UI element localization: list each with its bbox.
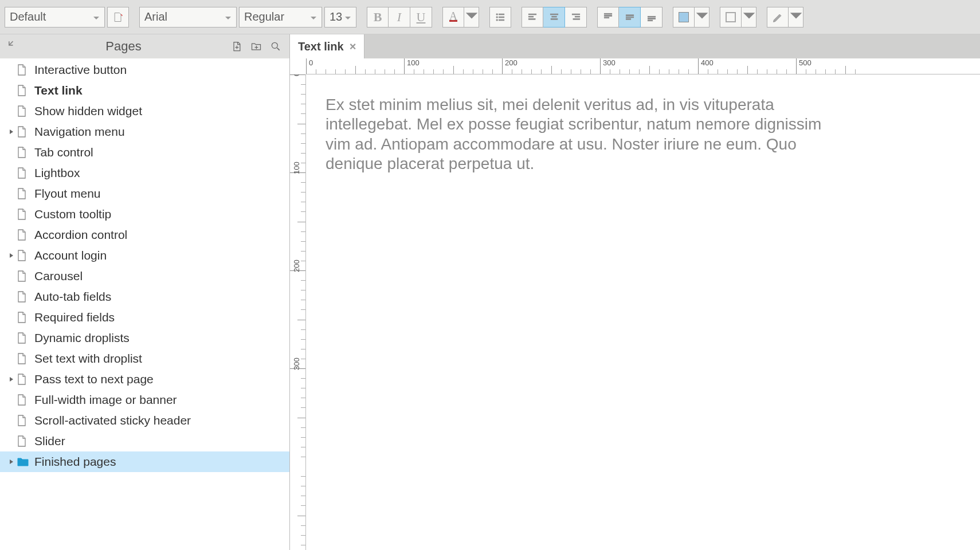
page-item[interactable]: Lightbox [0, 163, 289, 183]
fill-color-more-button[interactable] [695, 7, 709, 28]
svg-rect-12 [572, 14, 579, 15]
canvas-area: Text link × 0100200300400500 0100200300 … [290, 34, 980, 550]
page-item[interactable]: Pass text to next page [0, 369, 289, 390]
pages-tree: Interactive buttonText linkShow hidden w… [0, 58, 289, 550]
pen-icon [772, 11, 783, 23]
page-item[interactable]: Navigation menu [0, 121, 289, 142]
ruler-vertical: 0100200300 [290, 74, 306, 550]
align-left-button[interactable] [522, 7, 543, 28]
svg-rect-22 [648, 18, 655, 19]
border-color-button[interactable] [720, 7, 742, 28]
chevron-down-icon [225, 10, 232, 23]
panel-header: Pages [0, 34, 289, 58]
page-item[interactable]: Accordion control [0, 225, 289, 245]
page-item[interactable]: Tab control [0, 142, 289, 163]
panel-title: Pages [22, 39, 225, 54]
search-button[interactable] [268, 38, 284, 54]
page-item[interactable]: Flyout menu [0, 183, 289, 204]
page-item[interactable]: Custom tooltip [0, 204, 289, 225]
page-icon [17, 435, 30, 447]
line-style-more-button[interactable] [789, 7, 803, 28]
placeholder-text[interactable]: Ex stet minim melius sit, mei delenit ve… [326, 95, 830, 174]
svg-point-24 [272, 42, 277, 48]
svg-rect-5 [499, 19, 504, 21]
font-size-select[interactable]: 13 [324, 7, 356, 28]
page-icon [17, 312, 30, 323]
chevron-down-icon [790, 10, 802, 23]
page-icon [17, 126, 30, 138]
underline-button[interactable]: U [410, 7, 432, 28]
close-icon[interactable]: × [350, 40, 356, 53]
italic-button[interactable]: I [389, 7, 410, 28]
font-select[interactable]: Arial [139, 7, 237, 28]
chevron-down-icon [93, 10, 100, 23]
page-label: Flyout menu [34, 187, 101, 201]
line-style-button[interactable] [767, 7, 789, 28]
border-color-more-button[interactable] [742, 7, 756, 28]
valign-middle-icon [624, 11, 636, 23]
page-icon [17, 105, 30, 117]
svg-rect-4 [499, 17, 504, 18]
valign-top-button[interactable] [597, 7, 619, 28]
style-select[interactable]: Default [5, 7, 105, 28]
tab-title: Text link [298, 40, 344, 53]
page-item[interactable]: Scroll-activated sticky header [0, 410, 289, 431]
bold-button[interactable]: B [367, 7, 389, 28]
font-weight-select[interactable]: Regular [239, 7, 322, 28]
svg-rect-19 [626, 17, 633, 18]
page-icon [17, 374, 30, 385]
expander-icon[interactable] [6, 376, 17, 382]
valign-bottom-button[interactable] [641, 7, 663, 28]
underline-icon: U [417, 10, 426, 25]
align-center-button[interactable] [543, 7, 565, 28]
page-item[interactable]: Dynamic droplists [0, 328, 289, 348]
ruler-horizontal: 0100200300400500 [306, 58, 980, 74]
svg-rect-7 [528, 16, 533, 17]
page-item[interactable]: Text link [0, 80, 289, 101]
page-icon [17, 167, 30, 179]
fill-color-button[interactable] [673, 7, 695, 28]
page-item[interactable]: Interactive button [0, 60, 289, 80]
chevron-down-icon [310, 10, 317, 23]
page-item[interactable]: Set text with droplist [0, 348, 289, 369]
page-icon [17, 270, 30, 282]
page-label: Carousel [34, 269, 83, 283]
text-color-button[interactable]: A [442, 7, 464, 28]
svg-rect-9 [550, 14, 558, 15]
page-item[interactable]: Auto-tab fields [0, 286, 289, 307]
page-label: Full-width image or banner [34, 393, 177, 407]
align-right-button[interactable] [565, 7, 587, 28]
page-label: Navigation menu [34, 125, 125, 139]
page-item[interactable]: Carousel [0, 266, 289, 286]
expander-icon[interactable] [6, 459, 17, 465]
add-folder-button[interactable] [248, 38, 264, 54]
text-color-more-button[interactable] [464, 7, 479, 28]
align-right-icon [570, 11, 582, 23]
expander-icon[interactable] [6, 129, 17, 135]
tab-bar: Text link × [290, 34, 980, 58]
chevron-down-icon [466, 10, 477, 23]
collapse-panel-icon[interactable] [6, 39, 17, 54]
page-icon [17, 332, 30, 344]
bullet-list-button[interactable] [489, 7, 511, 28]
valign-top-icon [602, 11, 614, 23]
page-item[interactable]: Finished pages [0, 451, 289, 472]
page-item[interactable]: Slider [0, 431, 289, 451]
weight-value: Regular [244, 10, 284, 23]
page-icon [17, 209, 30, 220]
page-item[interactable]: Account login [0, 245, 289, 266]
page-label: Slider [34, 434, 65, 448]
svg-rect-13 [575, 16, 579, 17]
valign-middle-button[interactable] [619, 7, 641, 28]
page-item[interactable]: Show hidden widget [0, 101, 289, 121]
tab-text-link[interactable]: Text link × [290, 34, 364, 58]
pages-panel: Pages Interactive buttonText linkShow hi… [0, 34, 290, 550]
fill-swatch-icon [679, 12, 689, 22]
expander-icon[interactable] [6, 253, 17, 258]
page-item[interactable]: Required fields [0, 307, 289, 328]
page-icon [17, 415, 30, 426]
page-item[interactable]: Full-width image or banner [0, 390, 289, 410]
add-page-button[interactable] [229, 38, 245, 54]
design-canvas[interactable]: Ex stet minim melius sit, mei delenit ve… [306, 74, 980, 550]
widget-style-button[interactable] [107, 7, 129, 28]
